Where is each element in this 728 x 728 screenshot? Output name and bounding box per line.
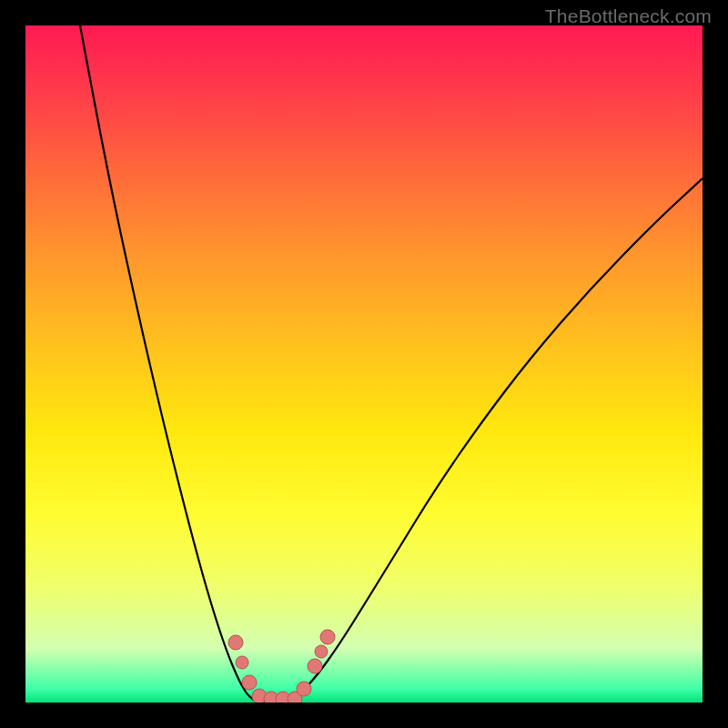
watermark-text: TheBottleneck.com: [545, 5, 712, 27]
curve-right-branch: [269, 178, 703, 703]
marker-dot: [308, 659, 322, 673]
chart-plot-area: [25, 25, 703, 703]
marker-dot: [236, 656, 248, 669]
marker-dot: [297, 682, 311, 696]
marker-dot: [242, 675, 257, 690]
chart-svg: [25, 25, 703, 703]
curve-left-branch: [80, 25, 269, 703]
marker-dot: [320, 630, 335, 644]
marker-dot: [228, 635, 243, 650]
marker-dot: [315, 645, 328, 658]
